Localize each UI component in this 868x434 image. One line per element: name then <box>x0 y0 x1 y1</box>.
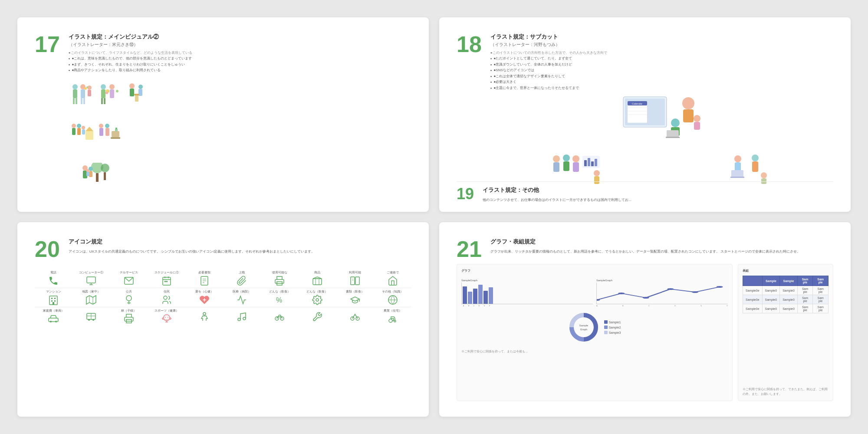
svg-point-80 <box>594 170 600 176</box>
svg-rect-74 <box>573 162 579 172</box>
svg-rect-50 <box>89 171 92 177</box>
svg-rect-79 <box>595 159 597 166</box>
bar-2 <box>468 292 472 304</box>
bar-3 <box>473 289 477 304</box>
svg-point-29 <box>77 124 81 128</box>
icon-box: 商品 <box>299 271 336 286</box>
svg-rect-112 <box>51 298 53 299</box>
icon-wrench <box>299 310 336 322</box>
svg-rect-72 <box>563 161 569 171</box>
svg-point-155 <box>692 291 698 293</box>
svg-point-31 <box>82 126 85 129</box>
svg-point-142 <box>238 318 240 321</box>
sample-graph-label-1: SampleGraph <box>461 279 593 282</box>
svg-point-35 <box>99 124 103 128</box>
svg-point-82 <box>734 155 741 162</box>
svg-point-12 <box>101 84 106 89</box>
graph-section-title: グラフ <box>461 269 728 273</box>
svg-rect-108 <box>355 277 359 285</box>
icon-tractor: 農業（住宅） <box>374 309 411 324</box>
icon-people: 住民 <box>148 290 185 305</box>
th-sample-2: Sample <box>780 276 798 286</box>
svg-point-63 <box>671 118 680 127</box>
icon-print2: 林（子様） <box>110 309 148 324</box>
row1-c1: Sample0 <box>762 286 780 295</box>
svg-point-65 <box>694 115 700 122</box>
svg-rect-67 <box>667 130 679 137</box>
slide-number-17: 17 <box>35 33 60 56</box>
svg-rect-42 <box>115 128 117 129</box>
svg-rect-17 <box>110 89 114 98</box>
legend-3: Sample3 <box>609 331 621 334</box>
th-sample-3: Sam ple <box>797 276 813 286</box>
svg-point-140 <box>168 317 168 318</box>
svg-point-69 <box>553 155 560 162</box>
svg-rect-25 <box>135 95 138 102</box>
svg-rect-115 <box>54 300 56 302</box>
icon-document: 必要書類 <box>185 271 223 286</box>
icon-pig: スポーツ（健康） <box>148 309 185 324</box>
svg-rect-13 <box>101 89 105 98</box>
row1-c2: Sample0 <box>780 286 798 295</box>
bullet-list-17: ●これは、意味を意識したもので、他の部分を意識したものとどまっています ●まず、… <box>69 56 192 73</box>
slide-number-18: 18 <box>457 33 482 56</box>
svg-point-49 <box>89 167 93 171</box>
table-row-1: Sample0e Sample0 Sample0 Sam ple Sam ple <box>743 286 829 295</box>
svg-rect-40 <box>111 137 120 139</box>
bar-5 <box>483 291 488 304</box>
illus-17-6 <box>80 163 110 191</box>
svg-rect-62 <box>683 109 694 122</box>
svg-point-130 <box>55 321 57 322</box>
row2-c1: Sample0 <box>762 295 780 304</box>
svg-rect-68 <box>666 137 680 138</box>
icon-phone: 電話 <box>35 271 72 286</box>
illus-18-monitor: Calendar <box>491 95 833 150</box>
icon-heart: 愛を（心健） <box>185 290 223 305</box>
bar-1 <box>463 286 467 304</box>
icon-sport <box>185 310 223 322</box>
svg-point-143 <box>243 317 246 320</box>
svg-rect-84 <box>731 170 743 177</box>
icon-bike <box>261 310 299 322</box>
svg-marker-117 <box>86 296 96 304</box>
svg-text:Calendar: Calendar <box>632 102 642 105</box>
svg-point-141 <box>203 312 206 315</box>
svg-rect-77 <box>588 158 590 166</box>
svg-rect-1 <box>73 89 77 98</box>
svg-point-88 <box>761 172 767 178</box>
svg-point-23 <box>138 85 143 89</box>
slide-number-21: 21 <box>457 238 482 260</box>
svg-text:Graph: Graph <box>580 328 587 331</box>
slide-title-21: グラフ・表組規定 <box>490 238 833 246</box>
icon-car: 家庭費（車両） <box>35 309 72 324</box>
svg-rect-114 <box>51 300 53 302</box>
row2-label: Sample0e <box>743 295 763 304</box>
graph-note: ※ご利用で安心に関係を持って、または今後も… <box>461 349 728 354</box>
bullet-18-1: ●ただポイントとして通じていて、たり。まず全て <box>490 56 833 62</box>
icon-gear: どんな（飲食） <box>299 290 336 305</box>
svg-rect-87 <box>752 161 758 172</box>
slide-title-19: イラスト規定：その他 <box>483 186 631 194</box>
svg-rect-36 <box>99 128 103 136</box>
bullet-18-5: ●必要は大きく <box>490 79 833 85</box>
svg-point-10 <box>84 87 87 90</box>
svg-rect-15 <box>104 98 105 104</box>
icon-medical: 医療（病院） <box>223 290 261 305</box>
svg-point-120 <box>126 296 132 301</box>
svg-rect-83 <box>735 162 741 171</box>
icon-tree: 公共 <box>110 290 148 305</box>
svg-point-37 <box>105 124 109 128</box>
th-empty <box>743 276 763 286</box>
slide-18: 18 イラスト規定：サブカット （イラストレーター：河野もつみ） ●このイラスト… <box>439 17 851 212</box>
svg-rect-32 <box>82 129 85 135</box>
svg-point-152 <box>618 293 625 294</box>
bullet-17-1: ●これは、意味を意識したもので、他の部分を意識したものとどまっています <box>69 56 192 62</box>
svg-rect-30 <box>77 128 81 135</box>
svg-rect-70 <box>553 162 559 172</box>
svg-point-27 <box>72 124 76 128</box>
slide-subtitle-17: （イラストレーター：米元さき⑩） <box>69 42 192 48</box>
svg-rect-52 <box>86 172 89 176</box>
row3-c3: Sam ple <box>797 304 813 313</box>
svg-rect-78 <box>591 161 594 166</box>
svg-point-123 <box>164 296 167 299</box>
